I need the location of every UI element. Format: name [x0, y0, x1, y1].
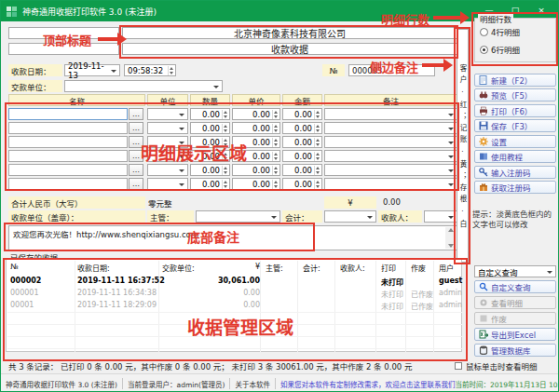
price-input[interactable]: 0.00 [232, 122, 280, 134]
spinner-icon[interactable] [272, 152, 279, 161]
amount-input[interactable]: 0.00 [282, 164, 322, 176]
item-name-input[interactable] [8, 122, 128, 134]
spinner-icon[interactable] [314, 166, 320, 175]
spinner-icon[interactable] [314, 110, 320, 119]
price-input[interactable]: 0.00 [232, 108, 280, 120]
payee-dropdown[interactable] [424, 210, 457, 223]
radio-6-rows[interactable]: 6行明细 [480, 44, 520, 55]
radio-selected-icon [480, 46, 488, 54]
print-button[interactable]: 打印（F6） [474, 104, 556, 117]
amount-input[interactable]: 0.00 [282, 150, 322, 162]
view-detail-icon [479, 298, 488, 307]
amount-value: 0.00 [294, 180, 312, 189]
qty-input[interactable]: 0.00 [190, 108, 230, 120]
amount-input[interactable]: 0.00 [282, 178, 322, 190]
remark-dropdown[interactable] [324, 122, 457, 134]
spinner-icon[interactable] [272, 124, 279, 133]
annotation-arrow [422, 63, 444, 67]
unit-dropdown[interactable] [147, 164, 188, 176]
annotation-manage-area: 收据管理区域 [187, 314, 293, 339]
amount-value: 0.00 [294, 166, 312, 175]
receipt-title-field[interactable]: 收款收据 [122, 43, 457, 55]
spinner-icon[interactable] [222, 110, 228, 119]
item-name-input[interactable] [8, 178, 128, 190]
accountant-dropdown[interactable] [324, 210, 376, 223]
tutorial-book-icon [479, 152, 488, 161]
spinner-icon[interactable] [314, 138, 320, 147]
qty-value: 0.00 [202, 166, 220, 175]
unit-dropdown[interactable] [147, 178, 188, 190]
remark-dropdown[interactable] [324, 178, 457, 190]
custom-query-button[interactable]: 自定义查询 [474, 280, 556, 293]
footer-contact-link[interactable]: 如果您对本软件有定制修改需求，欢迎点击这里联系我们 [280, 379, 456, 389]
saved-receipt-row[interactable]: 00001 2019-11-11 18:29:09 0.00 未打印 已作废 a… [8, 301, 461, 313]
spinner-icon[interactable] [272, 138, 279, 147]
col-header-price: 单价 [232, 94, 280, 106]
item-name-input[interactable] [8, 164, 128, 176]
enter-license-button[interactable]: 输入注册码 [474, 166, 556, 179]
save-icon [479, 121, 488, 130]
export-excel-button[interactable]: 导出到Excel [474, 328, 556, 341]
spinner-icon[interactable] [168, 66, 174, 75]
preview-button[interactable]: 预览（F5） [474, 88, 556, 101]
footer-app-name: 神奇通用收据打印软件 3.0 (未注册) [6, 379, 117, 389]
qty-input[interactable]: 0.00 [190, 164, 230, 176]
item-picker-button[interactable]: … [129, 122, 143, 134]
hint-text: 提示：淡黄底色框内的文字也可以修改 [472, 210, 558, 231]
company-title-field[interactable]: 北京神奇像素科技有限公司 [122, 27, 457, 39]
price-input[interactable]: 0.00 [232, 164, 280, 176]
manage-database-button[interactable]: 管理数据库 [474, 344, 556, 357]
spinner-icon[interactable] [222, 124, 228, 133]
query-type-select[interactable]: 自定义查询 [474, 265, 556, 277]
spinner-icon[interactable] [314, 152, 320, 161]
button-label: 使用教程 [491, 151, 523, 162]
tutorial-button[interactable]: 使用教程 [474, 150, 556, 163]
spinner-icon[interactable] [222, 166, 228, 175]
unit-dropdown[interactable] [147, 108, 188, 120]
item-name-input[interactable] [8, 108, 128, 120]
bottom-status-bar: 神奇通用收据打印软件 3.0 (未注册) 当前登录用户：admin(管理员) 关… [1, 373, 559, 392]
get-license-button[interactable]: 获取注册码 [474, 181, 556, 194]
spinner-icon[interactable] [314, 124, 320, 133]
saved-receipt-row[interactable]: 000002 2019-11-11 16:37:52 30,061.00 未打印… [8, 277, 461, 289]
spinner-icon[interactable] [272, 180, 279, 189]
new-button[interactable]: 新建（F2） [474, 74, 556, 87]
item-picker-button[interactable]: … [129, 178, 143, 190]
item-picker-button[interactable]: … [129, 108, 143, 120]
saved-receipt-row[interactable]: 000001 2019-11-11 16:34:38 0.00 未打印 已作废 … [8, 289, 461, 301]
amount-input[interactable]: 0.00 [282, 136, 322, 148]
total-words-value: 零元整 [148, 197, 172, 209]
settings-button[interactable]: 设置 [474, 135, 556, 148]
date-picker[interactable]: 2019-11-13 [64, 64, 120, 76]
amount-input[interactable]: 0.00 [282, 108, 322, 120]
amount-input[interactable]: 0.00 [282, 122, 322, 134]
qty-value: 0.00 [202, 124, 220, 133]
manager-label: 主管： [147, 210, 194, 223]
qty-input[interactable]: 0.00 [190, 178, 230, 190]
qty-input[interactable]: 0.00 [190, 122, 230, 134]
spinner-icon[interactable] [314, 180, 320, 189]
remark-dropdown[interactable] [324, 136, 457, 148]
view-detail-checkbox[interactable] [455, 362, 462, 370]
scrollbar[interactable] [445, 227, 456, 249]
radio-label: 6行明细 [491, 44, 520, 55]
item-name-input[interactable] [8, 136, 128, 148]
spinner-icon[interactable] [272, 110, 279, 119]
time-spinner[interactable]: 09:58:32 [124, 64, 176, 76]
void-icon [479, 314, 488, 323]
remark-dropdown[interactable] [324, 164, 457, 176]
spinner-icon[interactable] [272, 166, 279, 175]
spinner-icon[interactable] [222, 180, 228, 189]
close-button[interactable]: × [530, 4, 552, 19]
remark-dropdown[interactable] [324, 108, 457, 120]
payer-dropdown[interactable] [64, 80, 223, 92]
radio-4-rows[interactable]: 4行明细 [480, 26, 520, 37]
unit-dropdown[interactable] [147, 122, 188, 134]
price-input[interactable]: 0.00 [232, 178, 280, 190]
item-name-input[interactable] [8, 150, 128, 162]
item-picker-button[interactable]: … [129, 164, 143, 176]
remark-dropdown[interactable] [324, 150, 457, 162]
save-button[interactable]: 保存（F3） [474, 119, 556, 132]
manager-dropdown[interactable] [196, 210, 280, 223]
footer-about-link[interactable]: 关于本软件 [235, 379, 270, 389]
